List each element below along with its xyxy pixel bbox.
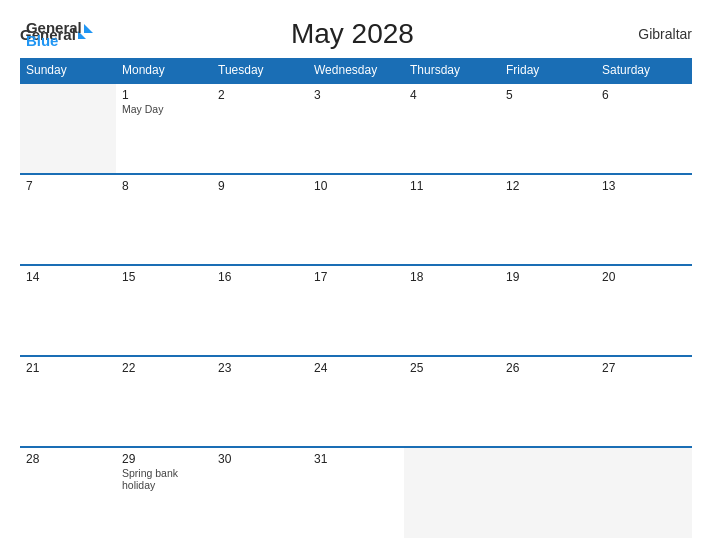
header-monday: Monday bbox=[116, 58, 212, 83]
day-cell: 20 bbox=[596, 265, 692, 356]
day-cell: 5 bbox=[500, 83, 596, 174]
day-number: 8 bbox=[122, 179, 206, 193]
day-cell: 19 bbox=[500, 265, 596, 356]
day-cell: 17 bbox=[308, 265, 404, 356]
header-saturday: Saturday bbox=[596, 58, 692, 83]
day-cell: 31 bbox=[308, 447, 404, 538]
day-cell: 28 bbox=[20, 447, 116, 538]
week-row-0: 1May Day23456 bbox=[20, 83, 692, 174]
day-number: 12 bbox=[506, 179, 590, 193]
day-number: 28 bbox=[26, 452, 110, 466]
day-cell: 7 bbox=[20, 174, 116, 265]
day-cell: 21 bbox=[20, 356, 116, 447]
day-cell: 25 bbox=[404, 356, 500, 447]
day-number: 25 bbox=[410, 361, 494, 375]
header-tuesday: Tuesday bbox=[212, 58, 308, 83]
day-cell: 29Spring bank holiday bbox=[116, 447, 212, 538]
day-number: 5 bbox=[506, 88, 590, 102]
region-label: Gibraltar bbox=[612, 26, 692, 42]
day-cell bbox=[20, 83, 116, 174]
header-friday: Friday bbox=[500, 58, 596, 83]
day-cell: 12 bbox=[500, 174, 596, 265]
day-cell: 14 bbox=[20, 265, 116, 356]
day-cell: 8 bbox=[116, 174, 212, 265]
day-number: 27 bbox=[602, 361, 686, 375]
day-cell: 9 bbox=[212, 174, 308, 265]
day-cell bbox=[404, 447, 500, 538]
header-wednesday: Wednesday bbox=[308, 58, 404, 83]
top-bar: General General Blue May 2028 Gibraltar bbox=[20, 18, 692, 50]
calendar-title: May 2028 bbox=[93, 18, 612, 50]
days-header-row: Sunday Monday Tuesday Wednesday Thursday… bbox=[20, 58, 692, 83]
day-number: 30 bbox=[218, 452, 302, 466]
day-number: 2 bbox=[218, 88, 302, 102]
day-number: 26 bbox=[506, 361, 590, 375]
calendar-page: General General Blue May 2028 Gibraltar … bbox=[0, 0, 712, 550]
header-sunday: Sunday bbox=[20, 58, 116, 83]
day-cell: 6 bbox=[596, 83, 692, 174]
day-cell: 18 bbox=[404, 265, 500, 356]
day-cell: 13 bbox=[596, 174, 692, 265]
day-cell: 22 bbox=[116, 356, 212, 447]
day-cell: 15 bbox=[116, 265, 212, 356]
day-number: 20 bbox=[602, 270, 686, 284]
day-number: 22 bbox=[122, 361, 206, 375]
day-cell: 24 bbox=[308, 356, 404, 447]
day-cell: 4 bbox=[404, 83, 500, 174]
day-number: 9 bbox=[218, 179, 302, 193]
day-number: 7 bbox=[26, 179, 110, 193]
day-number: 10 bbox=[314, 179, 398, 193]
day-number: 18 bbox=[410, 270, 494, 284]
week-row-2: 14151617181920 bbox=[20, 265, 692, 356]
day-event: May Day bbox=[122, 103, 206, 115]
day-number: 31 bbox=[314, 452, 398, 466]
day-cell: 10 bbox=[308, 174, 404, 265]
day-number: 21 bbox=[26, 361, 110, 375]
day-number: 15 bbox=[122, 270, 206, 284]
day-number: 23 bbox=[218, 361, 302, 375]
day-cell: 23 bbox=[212, 356, 308, 447]
logo-blue-text: Blue bbox=[26, 33, 59, 48]
day-number: 1 bbox=[122, 88, 206, 102]
day-cell: 2 bbox=[212, 83, 308, 174]
day-number: 24 bbox=[314, 361, 398, 375]
day-cell: 27 bbox=[596, 356, 692, 447]
day-cell: 30 bbox=[212, 447, 308, 538]
day-number: 16 bbox=[218, 270, 302, 284]
day-number: 17 bbox=[314, 270, 398, 284]
day-number: 11 bbox=[410, 179, 494, 193]
week-row-4: 2829Spring bank holiday3031 bbox=[20, 447, 692, 538]
day-number: 6 bbox=[602, 88, 686, 102]
week-row-1: 78910111213 bbox=[20, 174, 692, 265]
day-cell bbox=[500, 447, 596, 538]
calendar-table: Sunday Monday Tuesday Wednesday Thursday… bbox=[20, 58, 692, 538]
day-cell: 16 bbox=[212, 265, 308, 356]
day-cell bbox=[596, 447, 692, 538]
day-number: 29 bbox=[122, 452, 206, 466]
day-number: 4 bbox=[410, 88, 494, 102]
day-cell: 11 bbox=[404, 174, 500, 265]
header-thursday: Thursday bbox=[404, 58, 500, 83]
day-event: Spring bank holiday bbox=[122, 467, 206, 491]
day-cell: 26 bbox=[500, 356, 596, 447]
day-cell: 3 bbox=[308, 83, 404, 174]
day-cell: 1May Day bbox=[116, 83, 212, 174]
day-number: 3 bbox=[314, 88, 398, 102]
day-number: 13 bbox=[602, 179, 686, 193]
week-row-3: 21222324252627 bbox=[20, 356, 692, 447]
day-number: 14 bbox=[26, 270, 110, 284]
day-number: 19 bbox=[506, 270, 590, 284]
